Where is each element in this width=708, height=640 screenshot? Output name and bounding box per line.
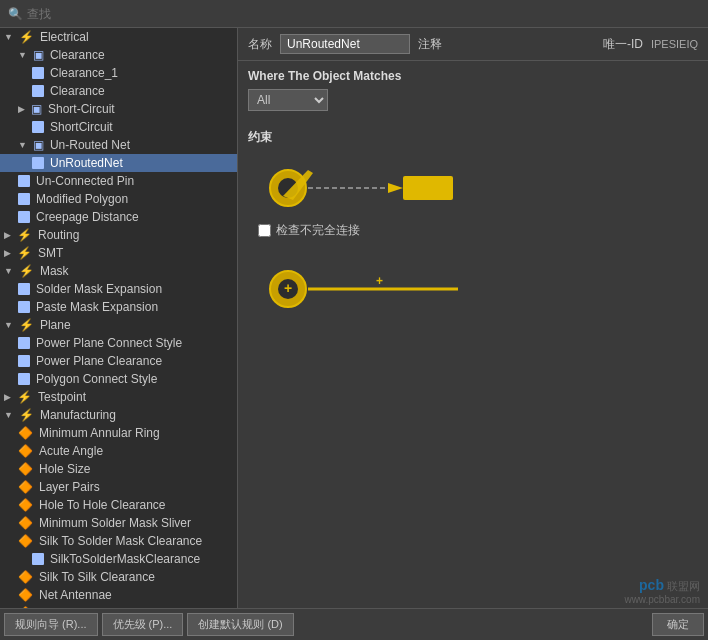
bottom-bar: 规则向导 (R)... 优先级 (P)... 创建默认规则 (D) 确定 [0, 608, 708, 640]
mfg-icon: 🔶 [18, 570, 33, 584]
mfg-icon: 🔶 [18, 444, 33, 458]
rule-icon [32, 85, 44, 97]
tree-item-unconnected-pin[interactable]: Un-Connected Pin [0, 172, 237, 190]
tree-label: Minimum Annular Ring [39, 426, 160, 440]
right-header: 名称 注释 唯一-ID IPESIEIQ [238, 28, 708, 61]
tree-item-unrouted-net-group[interactable]: ▼▣Un-Routed Net [0, 136, 237, 154]
tree-item-layer-pairs[interactable]: 🔶Layer Pairs [0, 478, 237, 496]
tree-item-min-solder-sliver[interactable]: 🔶Minimum Solder Mask Sliver [0, 514, 237, 532]
folder-icon: ▣ [33, 138, 44, 152]
search-bar: 🔍 [0, 0, 708, 28]
lightning-icon: ⚡ [17, 390, 32, 404]
where-dropdown[interactable]: All Net NetClass [248, 89, 328, 111]
tree-label: SilkToSolderMaskClearance [50, 552, 200, 566]
tri-down-icon: ▼ [4, 266, 13, 276]
create-default-button[interactable]: 创建默认规则 (D) [187, 613, 293, 636]
item-icon [18, 283, 30, 295]
rule-icon [32, 121, 44, 133]
wizard-button[interactable]: 规则向导 (R)... [4, 613, 98, 636]
tree-item-silk-to-silk[interactable]: 🔶Silk To Silk Clearance [0, 568, 237, 586]
name-input[interactable] [280, 34, 410, 54]
tree-item-manufacturing[interactable]: ▼⚡Manufacturing [0, 406, 237, 424]
tree-item-net-antennae[interactable]: 🔶Net Antennae [0, 586, 237, 604]
tree-label: Minimum Solder Mask Sliver [39, 516, 191, 530]
tree-label: Layer Pairs [39, 480, 100, 494]
tree-item-routing[interactable]: ▶⚡Routing [0, 226, 237, 244]
left-tree-panel: ▼⚡Electrical▼▣ClearanceClearance_1Cleara… [0, 28, 238, 608]
folder-icon: ▣ [33, 48, 44, 62]
item-icon [18, 337, 30, 349]
lightning-icon: ⚡ [19, 264, 34, 278]
where-title: Where The Object Matches [248, 69, 698, 83]
diagram-area: 检查不完全连接 + + [248, 154, 698, 318]
tree-label: Net Antennae [39, 588, 112, 602]
check-incomplete[interactable] [258, 224, 271, 237]
svg-text:+: + [376, 274, 383, 288]
tri-right-icon: ▶ [4, 392, 11, 402]
ok-button[interactable]: 确定 [652, 613, 704, 636]
name-label: 名称 [248, 36, 272, 53]
tree-item-silk-to-solder[interactable]: 🔶Silk To Solder Mask Clearance [0, 532, 237, 550]
mfg-icon: 🔶 [18, 480, 33, 494]
tree-item-clearance-group[interactable]: ▼▣Clearance [0, 46, 237, 64]
tri-right-icon: ▶ [18, 104, 25, 114]
tree-item-short-circuit-group[interactable]: ▶▣Short-Circuit [0, 100, 237, 118]
tri-down-icon: ▼ [18, 50, 27, 60]
tri-right-icon: ▶ [4, 230, 11, 240]
checkbox-row: 检查不完全连接 [258, 222, 688, 239]
tree-label: SMT [38, 246, 63, 260]
tree-item-smt[interactable]: ▶⚡SMT [0, 244, 237, 262]
lightning-icon: ⚡ [17, 228, 32, 242]
tree-item-polygon-connect[interactable]: Polygon Connect Style [0, 370, 237, 388]
tree-item-electrical[interactable]: ▼⚡Electrical [0, 28, 237, 46]
lightning-icon: ⚡ [19, 318, 34, 332]
tri-down-icon: ▼ [4, 32, 13, 42]
checkbox-label: 检查不完全连接 [276, 222, 360, 239]
tree-label: Testpoint [38, 390, 86, 404]
tree-label: Paste Mask Expansion [36, 300, 158, 314]
search-input[interactable] [27, 7, 700, 21]
tree-label: Plane [40, 318, 71, 332]
tree-item-min-annular-ring[interactable]: 🔶Minimum Annular Ring [0, 424, 237, 442]
tree-item-clearance-1[interactable]: Clearance_1 [0, 64, 237, 82]
mfg-icon: 🔶 [18, 426, 33, 440]
item-icon [18, 211, 30, 223]
tree-item-hole-size[interactable]: 🔶Hole Size [0, 460, 237, 478]
tree-item-shortcircuit[interactable]: ShortCircuit [0, 118, 237, 136]
tree-item-creepage-distance[interactable]: Creepage Distance [0, 208, 237, 226]
second-svg: + + [258, 259, 478, 314]
svg-text:+: + [284, 280, 292, 296]
tree-label: Manufacturing [40, 408, 116, 422]
tree-item-plane[interactable]: ▼⚡Plane [0, 316, 237, 334]
tree-label: Hole To Hole Clearance [39, 498, 166, 512]
tree-item-hole-to-hole[interactable]: 🔶Hole To Hole Clearance [0, 496, 237, 514]
tree-item-testpoint[interactable]: ▶⚡Testpoint [0, 388, 237, 406]
search-icon: 🔍 [8, 7, 23, 21]
rule-icon [32, 157, 44, 169]
tree-label: Hole Size [39, 462, 90, 476]
tri-right-icon: ▶ [4, 248, 11, 258]
tree-label: Short-Circuit [48, 102, 115, 116]
tree-item-clearance[interactable]: Clearance [0, 82, 237, 100]
item-icon [18, 175, 30, 187]
where-section: Where The Object Matches All Net NetClas… [238, 61, 708, 123]
tree-item-paste-mask-exp[interactable]: Paste Mask Expansion [0, 298, 237, 316]
tree-item-modified-polygon[interactable]: Modified Polygon [0, 190, 237, 208]
tree-item-power-plane-connect[interactable]: Power Plane Connect Style [0, 334, 237, 352]
tree-item-unroutednet[interactable]: UnRoutedNet [0, 154, 237, 172]
tree-item-silktosoldermask[interactable]: SilkToSolderMaskClearance [0, 550, 237, 568]
constraint-title: 约束 [248, 129, 698, 146]
tree-label: Un-Connected Pin [36, 174, 134, 188]
tree-item-acute-angle[interactable]: 🔶Acute Angle [0, 442, 237, 460]
tree-label: Solder Mask Expansion [36, 282, 162, 296]
tree-item-power-plane-clear[interactable]: Power Plane Clearance [0, 352, 237, 370]
tree-label: Silk To Silk Clearance [39, 570, 155, 584]
unrouted-diagram: 检查不完全连接 [258, 158, 688, 239]
priority-button[interactable]: 优先级 (P)... [102, 613, 184, 636]
tree-item-mask[interactable]: ▼⚡Mask [0, 262, 237, 280]
tree-item-solder-mask-exp[interactable]: Solder Mask Expansion [0, 280, 237, 298]
main-content: ▼⚡Electrical▼▣ClearanceClearance_1Cleara… [0, 28, 708, 608]
mfg-icon: 🔶 [18, 498, 33, 512]
unrouted-svg [258, 158, 478, 218]
svg-marker-3 [388, 183, 403, 193]
